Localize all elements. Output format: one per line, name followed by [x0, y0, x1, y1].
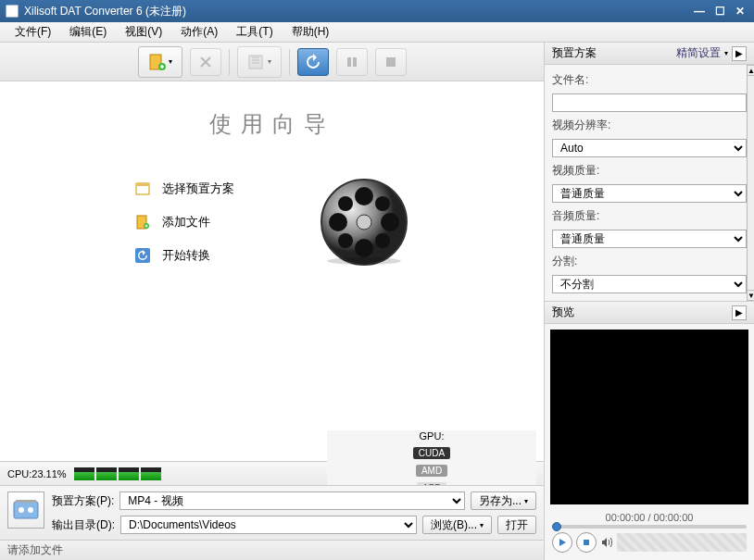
menu-view[interactable]: 视图(V) [116, 24, 171, 40]
split-select[interactable]: 不分割 [552, 275, 747, 293]
stop-playback-button[interactable] [576, 532, 597, 553]
menu-file[interactable]: 文件(F) [6, 24, 60, 40]
settings-panel: 文件名: 视频分辨率: Auto 视频质量: 普通质量 音频质量: 普通质量 分… [545, 65, 754, 302]
svg-rect-4 [347, 57, 351, 67]
wizard-step-convert[interactable]: 开始转换 [134, 247, 234, 264]
resolution-label: 视频分辨率: [552, 118, 747, 133]
preview-title: 预览 [552, 305, 574, 320]
wizard-step-profile[interactable]: 选择预置方案 [134, 180, 234, 197]
svg-point-17 [381, 213, 399, 231]
svg-rect-24 [16, 500, 36, 503]
collapse-settings-button[interactable]: ▶ [732, 46, 747, 61]
advanced-settings-link[interactable]: 精简设置 [676, 45, 721, 61]
addfile-icon [134, 214, 151, 230]
video-quality-select[interactable]: 普通质量 [552, 184, 747, 203]
svg-point-16 [329, 213, 347, 231]
menu-tools[interactable]: 工具(T) [227, 24, 282, 40]
svg-point-20 [338, 233, 353, 248]
open-button[interactable]: 打开 [497, 516, 536, 534]
settings-header: 预置方案 精简设置 ▾ ▶ [545, 43, 754, 65]
save-as-button[interactable]: 另存为...▾ [471, 492, 536, 510]
seek-slider[interactable] [552, 525, 747, 529]
svg-rect-5 [353, 57, 357, 67]
menubar: 文件(F) 编辑(E) 视图(V) 动作(A) 工具(T) 帮助(H) [0, 22, 754, 43]
profile-icon [134, 180, 151, 197]
svg-point-18 [338, 196, 353, 211]
split-label: 分割: [552, 254, 747, 269]
convert-button[interactable] [297, 48, 329, 76]
pause-button[interactable] [336, 48, 368, 76]
cpu-bar: CPU: 23.11% GPU: CUDA AMD APP [0, 461, 544, 485]
step-label: 添加文件 [162, 214, 210, 230]
profile-thumb-icon [7, 492, 44, 529]
preview-header: 预览 ▶ [545, 302, 754, 324]
svg-point-21 [375, 233, 390, 248]
profile-scheme-select[interactable]: MP4 - 视频 [119, 492, 465, 510]
filename-label: 文件名: [552, 72, 747, 88]
svg-point-13 [357, 215, 371, 230]
menu-action[interactable]: 动作(A) [171, 24, 227, 40]
status-bar: 请添加文件 [0, 540, 544, 560]
audio-quality-select[interactable]: 普通质量 [552, 230, 747, 248]
menu-help[interactable]: 帮助(H) [283, 24, 339, 40]
profile-scheme-label: 预置方案(P): [52, 493, 114, 509]
gpu-label: GPU: [420, 430, 445, 442]
output-dir-label: 输出目录(D): [52, 517, 115, 533]
video-preview [550, 330, 748, 504]
step-label: 选择预置方案 [162, 180, 234, 197]
menu-edit[interactable]: 编辑(E) [60, 24, 116, 40]
output-dir-select[interactable]: D:\Documents\Videos [120, 516, 417, 534]
svg-point-22 [327, 257, 401, 265]
wizard-area: 使用向导 选择预置方案 添加文件 开始转换 [0, 81, 544, 461]
svg-rect-27 [584, 540, 589, 545]
svg-point-25 [19, 507, 24, 513]
filename-input[interactable] [552, 93, 747, 112]
close-button[interactable]: ✕ [732, 5, 748, 18]
volume-icon[interactable] [600, 536, 613, 549]
toolbar: ▾ ▾ [0, 43, 544, 81]
add-file-button[interactable]: ▾ [138, 46, 182, 78]
film-reel-icon [318, 176, 410, 268]
window-title: Xilisoft DAT Converter 6 (未注册) [24, 4, 687, 19]
browse-button[interactable]: 浏览(B)...▾ [422, 516, 492, 534]
resolution-select[interactable]: Auto [552, 139, 747, 157]
maximize-button[interactable]: ☐ [711, 5, 728, 18]
delete-button[interactable] [190, 48, 221, 76]
time-display: 00:00:00 / 00:00:00 [545, 510, 754, 525]
svg-point-19 [375, 196, 390, 211]
settings-scrollbar[interactable]: ▲▼ [747, 65, 754, 301]
cpu-label: CPU: [7, 468, 31, 479]
app-icon [6, 5, 19, 18]
svg-point-15 [355, 239, 373, 257]
cpu-value: 23.11% [31, 468, 66, 479]
wizard-step-addfile[interactable]: 添加文件 [134, 214, 234, 230]
video-quality-label: 视频质量: [552, 163, 747, 179]
collapse-preview-button[interactable]: ▶ [732, 305, 747, 320]
step-label: 开始转换 [162, 247, 210, 264]
titlebar: Xilisoft DAT Converter 6 (未注册) — ☐ ✕ [0, 0, 754, 22]
minimize-button[interactable]: — [691, 5, 708, 18]
settings-title: 预置方案 [552, 45, 597, 61]
amd-chip: AMD [416, 465, 447, 477]
stop-button[interactable] [375, 48, 407, 76]
wizard-title: 使用向导 [209, 109, 335, 139]
svg-rect-6 [386, 57, 396, 67]
svg-point-14 [355, 187, 373, 205]
extra-controls [617, 533, 747, 552]
svg-rect-0 [6, 6, 18, 17]
audio-quality-label: 音频质量: [552, 208, 747, 224]
svg-rect-23 [14, 502, 38, 518]
cpu-meter [74, 467, 161, 480]
play-button[interactable] [552, 532, 572, 553]
profile-panel: 预置方案(P): MP4 - 视频 另存为...▾ 输出目录(D): D:\Do… [0, 485, 544, 540]
cuda-chip: CUDA [413, 447, 450, 459]
svg-rect-8 [136, 183, 149, 186]
profile-dropdown-button[interactable]: ▾ [237, 46, 282, 78]
svg-point-26 [28, 507, 33, 513]
convert-icon [134, 247, 151, 264]
